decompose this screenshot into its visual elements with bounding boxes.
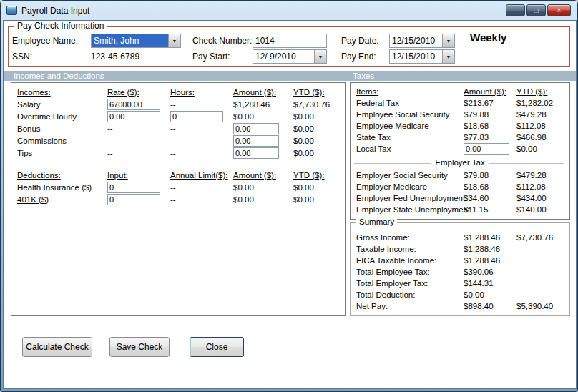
salary-rate-input[interactable] (107, 99, 160, 110)
tax-amount: $18.68 (464, 122, 516, 130)
income-rate: -- (107, 149, 170, 157)
employee-name-combobox[interactable]: Smith, John ▼ (91, 34, 181, 48)
col-header: YTD ($): (293, 171, 345, 180)
summary-amount: $1,288.46 (464, 245, 516, 253)
dropdown-arrow-icon[interactable]: ▼ (168, 34, 180, 47)
summary-label: Total Employer Tax: (356, 279, 464, 288)
income-hours: -- (170, 124, 233, 133)
ssn-value: 123-45-6789 (91, 49, 139, 64)
dropdown-arrow-icon[interactable]: ▼ (442, 34, 454, 47)
dropdown-arrow-icon[interactable]: ▼ (314, 50, 326, 63)
summary-row: Total Employee Tax: $390.06 (351, 266, 569, 278)
tax-row: Local Tax $0.00 (351, 143, 569, 155)
tax-row: Federal Tax $213.67 $1,282.02 (351, 97, 569, 109)
employer-tax-divider: Employer Tax (351, 158, 569, 170)
save-check-button[interactable]: Save Check (109, 337, 170, 357)
deduction-label: Health Insurance ($) (17, 183, 107, 192)
spacer (11, 159, 345, 169)
deduction-limit: -- (170, 195, 233, 204)
deduction-amount: $0.00 (233, 183, 293, 192)
income-label: Tips (17, 149, 107, 157)
summary-amount: $1,288.46 (464, 233, 516, 242)
income-ytd: $0.00 (293, 149, 345, 157)
close-window-button[interactable]: × (547, 4, 571, 16)
summary-table: Gross Income: $1,288.46 $7,730.76 Taxabl… (351, 232, 569, 312)
summary-amount: $1,288.46 (464, 256, 516, 265)
retirement-401k-input[interactable] (107, 194, 160, 205)
tax-row: Employee Social Security $79.88 $479.28 (351, 109, 569, 120)
deductions-header-row: Deductions: Input: Annual Limit($): Amou… (11, 169, 345, 181)
income-ytd: $0.00 (293, 112, 345, 121)
tax-ytd: $479.28 (516, 110, 569, 119)
check-number-input[interactable] (253, 34, 327, 48)
local-tax-input[interactable] (464, 143, 509, 155)
paycheck-info-group-label: Pay Check Information (14, 21, 107, 31)
income-hours-cell (170, 111, 233, 122)
deduction-401k-link[interactable]: 401K ($) (17, 195, 107, 204)
tax-amount: $79.88 (464, 110, 516, 119)
minimize-icon: — (512, 6, 519, 14)
col-header: Hours: (170, 88, 233, 97)
tax-amount: $213.67 (464, 99, 516, 107)
deduction-amount: $0.00 (233, 195, 293, 204)
col-header: Amount ($): (233, 88, 293, 97)
col-header: Incomes: (17, 88, 107, 97)
app-icon (6, 6, 17, 15)
income-label: Commissions (17, 137, 107, 145)
summary-row: Net Pay: $898.40 $5,390.40 (351, 300, 569, 312)
pay-start-datepicker[interactable]: 12/ 9/2010 ▼ (253, 49, 327, 64)
employee-name-value: Smith, John (92, 34, 168, 47)
close-icon: × (557, 6, 562, 14)
summary-ytd: $7,730.76 (516, 233, 569, 242)
summary-amount: $898.40 (464, 302, 516, 310)
income-rate: -- (107, 124, 170, 133)
incomes-section-title: Incomes and Deductions (14, 71, 104, 81)
tax-amount: $79.88 (464, 171, 516, 180)
close-button[interactable]: Close (190, 337, 244, 357)
income-hours: -- (170, 149, 233, 157)
tax-ytd: $0.00 (516, 144, 569, 153)
income-row: Tips -- -- $0.00 (11, 147, 345, 159)
pay-end-datepicker[interactable]: 12/15/2010 ▼ (389, 49, 455, 64)
pay-frequency-label: Weekly (470, 31, 506, 44)
summary-group: Summary Gross Income: $1,288.46 $7,730.7… (350, 222, 570, 316)
dropdown-arrow-icon[interactable]: ▼ (442, 50, 454, 63)
tax-label: Federal Tax (356, 99, 464, 107)
overtime-rate-input[interactable] (107, 111, 160, 122)
income-amount-cell (233, 135, 293, 147)
pay-date-datepicker[interactable]: 12/15/2010 ▼ (389, 34, 455, 48)
tax-amount: $18.68 (464, 182, 516, 191)
summary-amount: $390.06 (464, 268, 516, 276)
col-header: Input: (107, 171, 170, 180)
income-amount: $0.00 (233, 112, 293, 121)
income-ytd: $0.00 (293, 137, 345, 145)
income-rate-cell (107, 111, 170, 122)
summary-ytd: $5,390.40 (516, 302, 569, 310)
summary-label: Total Deduction: (356, 290, 464, 299)
tax-label: Employer State Unemployment (356, 205, 464, 214)
tax-ytd: $112.08 (516, 182, 569, 191)
tax-ytd: $140.00 (516, 205, 569, 214)
client-area: Pay Check Information Employee Name: Smi… (3, 20, 577, 389)
taxes-panel: Items: Amount ($): YTD ($): Federal Tax … (350, 82, 570, 220)
calculate-check-button[interactable]: Calculate Check (22, 337, 92, 357)
tax-ytd: $112.08 (516, 122, 569, 130)
taxes-header-row: Items: Amount ($): YTD ($): (351, 86, 569, 97)
deduction-limit: -- (170, 183, 233, 192)
deduction-ytd: $0.00 (293, 195, 345, 204)
income-hours: -- (170, 137, 233, 145)
titlebar[interactable]: Payroll Data Input — □ × (1, 1, 577, 20)
bonus-amount-input[interactable] (233, 123, 279, 134)
tax-ytd: $1,282.02 (516, 99, 569, 107)
col-header: Items: (356, 87, 464, 96)
tips-amount-input[interactable] (233, 147, 279, 159)
overtime-hours-input[interactable] (170, 111, 223, 122)
health-insurance-input[interactable] (107, 182, 160, 193)
tax-row: State Tax $77.83 $466.98 (351, 132, 569, 143)
minimize-button[interactable]: — (506, 4, 525, 16)
commissions-amount-input[interactable] (233, 135, 279, 147)
maximize-button[interactable]: □ (526, 4, 546, 16)
pay-date-value: 12/15/2010 (390, 34, 442, 47)
deduction-input-cell (107, 182, 170, 193)
tax-amount: $77.83 (464, 133, 516, 142)
